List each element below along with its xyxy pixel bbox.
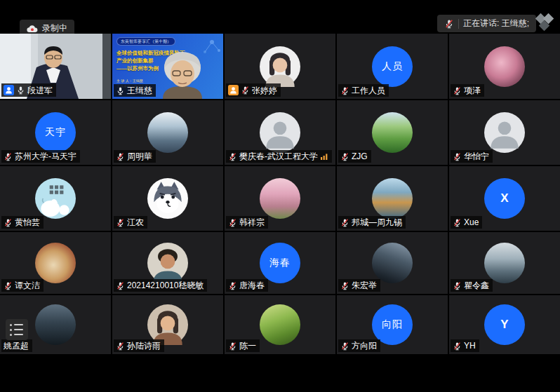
video-tile[interactable]: 江农 bbox=[112, 166, 223, 231]
participant-name-label: 孙陆诗雨 bbox=[114, 339, 164, 352]
video-grid: 段进军 东吴智库荟享汇（第十期） 全球价值链和新冠疫情风险下产业的创新集群——以… bbox=[0, 34, 560, 354]
muted-mic-icon bbox=[116, 342, 125, 351]
participant-name-label: 黄怡芸 bbox=[1, 216, 44, 229]
avatar bbox=[484, 46, 525, 87]
participant-name: 江农 bbox=[127, 217, 144, 227]
video-tile[interactable]: 韩祥宗 bbox=[225, 166, 335, 231]
participant-name: 方向阳 bbox=[352, 341, 377, 351]
participant-name: 周明華 bbox=[127, 151, 152, 161]
video-tile[interactable]: 黄怡芸 bbox=[0, 166, 111, 231]
avatar bbox=[372, 112, 413, 153]
slide-series-badge: 东吴智库荟享汇（第十期） bbox=[116, 37, 175, 46]
participant-name-label: 周明華 bbox=[114, 150, 156, 163]
participant-name: 王缉慈 bbox=[127, 86, 152, 95]
avatar bbox=[372, 243, 413, 283]
video-tile[interactable]: 项泽 bbox=[449, 34, 560, 99]
participant-name: 段进军 bbox=[27, 86, 53, 95]
participant-name-label: 王缉慈 bbox=[114, 84, 156, 97]
video-tile[interactable]: 樊庆春-武汉工程大学 bbox=[225, 100, 335, 165]
portrait-avatar bbox=[260, 46, 300, 87]
participant-name-label: ZJG bbox=[338, 150, 371, 163]
participant-name-label: 张婷婷 bbox=[226, 83, 281, 97]
participant-name: 工作人员 bbox=[352, 86, 385, 95]
participant-name: 张婷婷 bbox=[252, 86, 277, 95]
participant-name: 陈一 bbox=[239, 341, 256, 351]
participant-name-label: 谭文洁 bbox=[1, 279, 44, 292]
video-tile[interactable]: 陈一 bbox=[225, 295, 335, 354]
video-tile[interactable]: 东吴智库荟享汇（第十期） 全球价值链和新冠疫情风险下产业的创新集群——以苏州市为… bbox=[112, 34, 223, 99]
muted-mic-icon bbox=[340, 342, 349, 351]
speaker-video-person bbox=[154, 50, 211, 99]
muted-mic-icon bbox=[453, 218, 462, 227]
participant-list-icon[interactable] bbox=[6, 319, 28, 340]
participant-name: 韩祥宗 bbox=[239, 217, 265, 227]
muted-mic-icon bbox=[444, 19, 454, 29]
muted-mic-icon bbox=[453, 152, 462, 161]
muted-mic-icon bbox=[116, 152, 125, 161]
participant-name-label: 朱宏举 bbox=[338, 279, 380, 292]
meeting-window: 录制中 正在讲话: 王缉慈; bbox=[0, 0, 560, 392]
video-tile[interactable]: 谭文洁 bbox=[0, 232, 111, 294]
participant-name: 20214210010嵇晓敏 bbox=[127, 281, 204, 290]
participant-name: 谭文洁 bbox=[15, 281, 40, 290]
recording-label: 录制中 bbox=[42, 22, 67, 34]
participant-name: 项泽 bbox=[464, 86, 481, 95]
participant-name-label: 唐海春 bbox=[226, 279, 268, 292]
video-tile[interactable]: ZJG bbox=[337, 100, 448, 165]
default-avatar-icon bbox=[260, 112, 300, 153]
muted-mic-icon bbox=[4, 152, 13, 161]
video-tile[interactable]: 海春 唐海春 bbox=[225, 232, 335, 294]
participant-name-label: 方向阳 bbox=[338, 339, 380, 352]
cloud-recording-icon bbox=[27, 25, 38, 33]
muted-mic-icon bbox=[4, 281, 13, 290]
participant-name: 孙陆诗雨 bbox=[127, 341, 161, 351]
meeting-logo-icon bbox=[535, 13, 559, 34]
muted-mic-icon bbox=[453, 342, 462, 351]
video-tile[interactable]: 华怡宁 bbox=[449, 100, 560, 165]
active-speaker-indicator: 正在讲话: 王缉慈; bbox=[437, 15, 536, 32]
video-tile[interactable]: 瞿令鑫 bbox=[449, 232, 560, 294]
avatar: Y bbox=[484, 304, 525, 345]
video-tile[interactable]: 张婷婷 bbox=[225, 34, 335, 99]
participant-name: YH bbox=[464, 341, 476, 351]
video-tile[interactable]: 人员 工作人员 bbox=[337, 34, 448, 99]
participant-name: 黄怡芸 bbox=[15, 217, 40, 227]
network-signal-icon bbox=[320, 152, 328, 161]
participant-name: 唐海春 bbox=[239, 281, 265, 290]
slide-presenter: 主 讲 人：王缉慈 bbox=[116, 79, 143, 83]
participant-name-label: 樊庆春-武汉工程大学 bbox=[226, 150, 332, 163]
participant-name-label: 工作人员 bbox=[338, 84, 389, 97]
video-tile[interactable]: 天宇 苏州大学-马天宇 bbox=[0, 100, 111, 165]
video-tile[interactable]: 邦城—周九锡 bbox=[337, 166, 448, 231]
video-tile[interactable]: 周明華 bbox=[112, 100, 223, 165]
avatar: 天宇 bbox=[35, 112, 76, 153]
muted-mic-icon bbox=[340, 218, 349, 227]
video-tile[interactable]: X Xue bbox=[449, 166, 560, 231]
avatar: X bbox=[484, 178, 525, 219]
participant-name: Xue bbox=[464, 217, 479, 227]
participant-name-label: 邦城—周九锡 bbox=[338, 216, 406, 229]
video-tile[interactable]: 孙陆诗雨 bbox=[112, 295, 223, 354]
muted-mic-icon bbox=[340, 152, 349, 161]
participant-name: 姚孟超 bbox=[4, 341, 29, 351]
participant-name-label: 江农 bbox=[114, 216, 147, 229]
participant-name: 樊庆春-武汉工程大学 bbox=[239, 151, 318, 161]
participant-name: 苏州大学-马天宇 bbox=[15, 151, 76, 161]
participant-name: 瞿令鑫 bbox=[464, 281, 489, 290]
muted-mic-icon bbox=[116, 281, 125, 290]
participant-name-label: YH bbox=[451, 339, 479, 352]
muted-mic-icon bbox=[4, 218, 13, 227]
muted-mic-icon bbox=[228, 281, 237, 290]
participant-name: 华怡宁 bbox=[464, 151, 489, 161]
muted-mic-icon bbox=[241, 86, 250, 95]
participant-name-label: 段进军 bbox=[1, 83, 56, 97]
video-tile[interactable]: 向阳 方向阳 bbox=[337, 295, 448, 354]
video-tile[interactable]: Y YH bbox=[449, 295, 560, 354]
muted-mic-icon bbox=[228, 342, 237, 351]
video-tile[interactable]: 朱宏举 bbox=[337, 232, 448, 294]
participant-name-label: 20214210010嵇晓敏 bbox=[114, 279, 207, 292]
video-tile[interactable]: 段进军 bbox=[0, 34, 111, 99]
muted-mic-icon bbox=[453, 86, 462, 95]
video-tile[interactable]: 20214210010嵇晓敏 bbox=[112, 232, 223, 294]
participant-name-label: 华怡宁 bbox=[451, 150, 493, 163]
